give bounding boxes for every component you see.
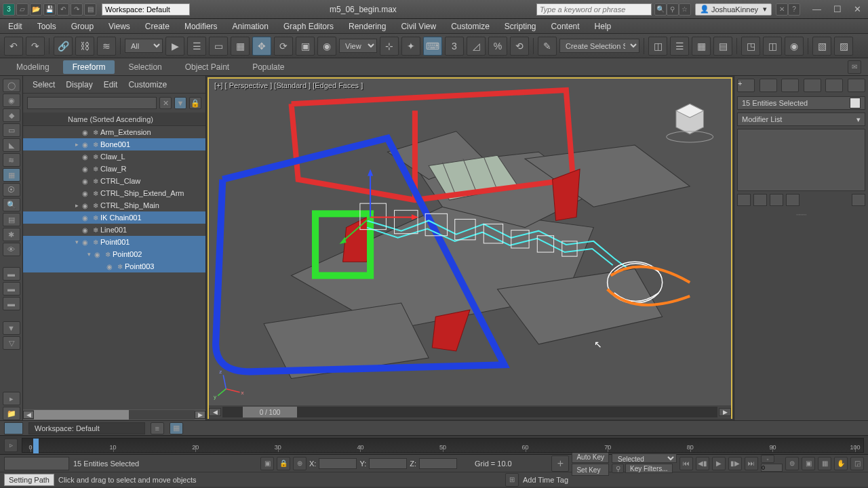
viewport[interactable]: [+] [ Perspective ] [Standard ] [Edged F… bbox=[208, 77, 732, 419]
frame-next-icon[interactable]: ▶ bbox=[719, 408, 731, 416]
script-mini-listener[interactable] bbox=[4, 457, 69, 470]
create-tab-icon[interactable]: + bbox=[737, 79, 755, 92]
lt-folder-icon[interactable]: 📁 bbox=[3, 407, 20, 420]
play-icon[interactable]: ▶ bbox=[712, 457, 726, 470]
current-frame-input[interactable] bbox=[761, 464, 783, 472]
snap-toggle-button[interactable]: 3 bbox=[445, 37, 464, 56]
modifier-list-dropdown[interactable]: Modifier List▾ bbox=[737, 113, 865, 126]
star-icon[interactable]: ☆ bbox=[679, 3, 691, 16]
set-key-button[interactable]: Set Key bbox=[572, 464, 609, 476]
scene-item[interactable]: ◉❄IK Chain001 bbox=[23, 211, 205, 224]
lt-helpers-icon[interactable]: ≋ bbox=[3, 153, 20, 167]
window-crossing-button[interactable]: ▦ bbox=[231, 37, 250, 56]
menu-tools[interactable]: Tools bbox=[37, 22, 56, 31]
ribbon-button[interactable]: ▤ bbox=[713, 37, 732, 56]
key-target-dropdown[interactable]: Selected bbox=[612, 453, 677, 463]
undo-icon[interactable]: ↶ bbox=[57, 3, 69, 16]
window-minimize[interactable]: — bbox=[812, 4, 821, 14]
undo-button[interactable]: ↶ bbox=[4, 37, 23, 56]
utilities-tab-icon[interactable] bbox=[848, 79, 865, 92]
lt-select-all-icon[interactable]: ◯ bbox=[3, 79, 20, 92]
redo-button[interactable]: ↷ bbox=[26, 37, 45, 56]
timeline-cursor[interactable] bbox=[33, 439, 39, 453]
placement-button[interactable]: ◉ bbox=[317, 37, 336, 56]
hscroll-left-icon[interactable]: ◀ bbox=[23, 411, 34, 419]
scene-item[interactable]: ◉❄Claw_R bbox=[23, 163, 205, 175]
configure-icon[interactable] bbox=[852, 194, 865, 206]
key-mode-icon[interactable]: ⚲ bbox=[612, 464, 624, 473]
lt-bone-icon[interactable]: ⦿ bbox=[3, 183, 20, 197]
scene-hscroll[interactable]: ◀ ▶ bbox=[23, 409, 205, 420]
search-input[interactable] bbox=[536, 3, 652, 16]
named-selection-set[interactable]: Create Selection Se bbox=[559, 39, 639, 53]
window-maximize[interactable]: ☐ bbox=[833, 4, 842, 14]
lt-bar3-icon[interactable]: ▬ bbox=[3, 297, 20, 310]
menu-graph-editors[interactable]: Graph Editors bbox=[283, 22, 334, 31]
time-slider-thumb[interactable]: 0 / 100 bbox=[243, 407, 297, 418]
scene-item[interactable]: ◉❄Arm_Extension bbox=[23, 126, 205, 138]
time-config-icon[interactable]: ⊚ bbox=[785, 457, 799, 470]
menu-civil-view[interactable]: Civil View bbox=[401, 22, 436, 31]
scene-item[interactable]: ▾◉❄Point001 bbox=[23, 236, 205, 248]
scene-item[interactable]: ▾◉❄Point002 bbox=[23, 248, 205, 260]
filter-icon[interactable]: ▼ bbox=[174, 97, 186, 109]
set-key-big-icon[interactable]: + bbox=[551, 455, 569, 472]
goto-end-icon[interactable]: ⏭ bbox=[745, 457, 758, 470]
explorer-icon[interactable]: ▦ bbox=[170, 422, 183, 434]
lt-xref-icon[interactable]: 👁 bbox=[3, 243, 20, 256]
key-mode-toggle-icon[interactable]: ◦ bbox=[761, 455, 774, 463]
menu-modifiers[interactable]: Modifiers bbox=[184, 22, 218, 31]
time-slider[interactable]: ◀ 0 / 100 ▶ bbox=[209, 405, 731, 419]
add-time-tag-label[interactable]: Add Time Tag bbox=[523, 476, 568, 484]
object-color-swatch[interactable] bbox=[850, 98, 861, 108]
link-button[interactable]: 🔗 bbox=[54, 37, 73, 56]
lt-cameras-icon[interactable]: ◣ bbox=[3, 138, 20, 152]
workspace-label[interactable]: Workspace: Default bbox=[28, 422, 145, 434]
ribbon-expand-icon[interactable]: ✉ bbox=[848, 60, 861, 74]
lt-spacewarps-icon[interactable]: ▦ bbox=[3, 168, 20, 182]
unique-icon[interactable] bbox=[770, 194, 783, 206]
lt-bar2-icon[interactable]: ▬ bbox=[3, 282, 20, 296]
lt-expand-icon[interactable]: ▸ bbox=[3, 392, 20, 405]
scene-tab-customize[interactable]: Customize bbox=[128, 80, 167, 89]
angle-snap-button[interactable]: ◿ bbox=[467, 37, 486, 56]
ref-coord-system[interactable]: View bbox=[339, 39, 377, 53]
scene-item[interactable]: ◉❄Claw_L bbox=[23, 150, 205, 163]
edit-selection-button[interactable]: ✎ bbox=[538, 37, 557, 56]
lt-container-icon[interactable]: 🔍 bbox=[3, 198, 20, 211]
percent-snap-button[interactable]: % bbox=[488, 37, 507, 56]
ribbon-tab-modeling[interactable]: Modeling bbox=[7, 60, 59, 74]
show-result-icon[interactable] bbox=[753, 194, 767, 206]
hierarchy-tab-icon[interactable] bbox=[781, 79, 799, 92]
curve-editor-button[interactable]: ◳ bbox=[741, 37, 760, 56]
menu-animation[interactable]: Animation bbox=[233, 22, 269, 31]
menu-create[interactable]: Create bbox=[145, 22, 170, 31]
lt-systems-icon[interactable]: ✱ bbox=[3, 228, 20, 241]
max-viewport-icon[interactable]: ◲ bbox=[850, 457, 864, 470]
z-input[interactable] bbox=[419, 458, 457, 469]
lt-bar1-icon[interactable]: ▬ bbox=[3, 267, 20, 281]
workspace-dropdown[interactable] bbox=[102, 3, 190, 16]
manip-button[interactable]: ✦ bbox=[401, 37, 420, 56]
timeline-ruler[interactable]: 0102030405060708090100 bbox=[22, 438, 864, 453]
spinner-snap-button[interactable]: ⟲ bbox=[510, 37, 529, 56]
y-input[interactable] bbox=[369, 458, 407, 469]
pan-icon[interactable]: ✋ bbox=[834, 457, 848, 470]
user-account[interactable]: 👤 JoshuaKinney ▾ bbox=[695, 3, 772, 16]
lt-geometry-icon[interactable]: ◉ bbox=[3, 94, 20, 107]
menu-views[interactable]: Views bbox=[108, 22, 130, 31]
window-close[interactable]: ✕ bbox=[854, 4, 861, 14]
scene-item[interactable]: ▸◉❄CTRL_Ship_Main bbox=[23, 199, 205, 211]
auto-key-button[interactable]: Auto Key bbox=[572, 451, 609, 463]
lt-lights-icon[interactable]: ▭ bbox=[3, 123, 20, 137]
scene-item[interactable]: ◉❄CTRL_Claw bbox=[23, 175, 205, 187]
new-icon[interactable]: ▱ bbox=[16, 3, 28, 16]
ribbon-tab-populate[interactable]: Populate bbox=[243, 60, 294, 74]
goto-start-icon[interactable]: ⏮ bbox=[679, 457, 693, 470]
schematic-button[interactable]: ◫ bbox=[763, 37, 782, 56]
keyboard-shortcut-button[interactable]: ⌨ bbox=[423, 37, 442, 56]
motion-tab-icon[interactable] bbox=[804, 79, 821, 92]
material-button[interactable]: ◉ bbox=[785, 37, 804, 56]
ribbon-tab-freeform[interactable]: Freeform bbox=[63, 60, 115, 74]
lock-icon[interactable]: 🔒 bbox=[189, 97, 201, 109]
